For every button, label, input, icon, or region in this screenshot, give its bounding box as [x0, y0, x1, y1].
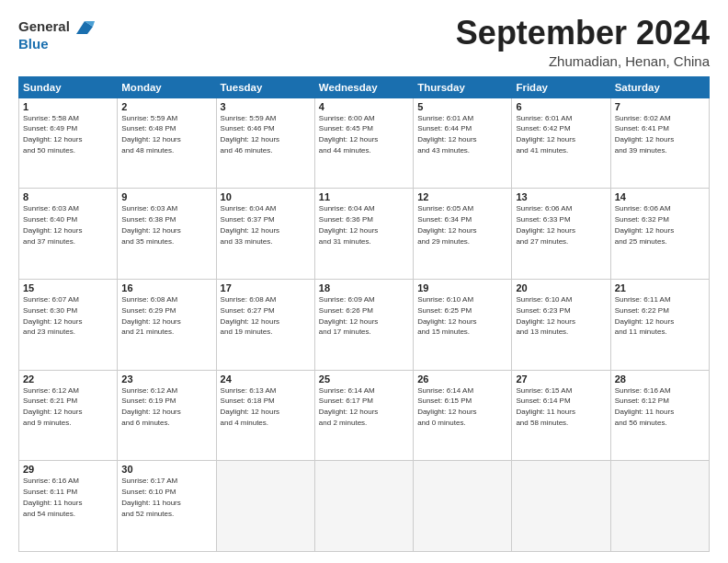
calendar-cell: [414, 461, 512, 552]
month-title: September 2024: [456, 15, 710, 52]
calendar-cell: [314, 461, 413, 552]
calendar-cell: 26Sunrise: 6:14 AMSunset: 6:15 PMDayligh…: [414, 370, 512, 461]
calendar-cell: 14Sunrise: 6:06 AMSunset: 6:32 PMDayligh…: [610, 189, 709, 280]
calendar-cell: 18Sunrise: 6:09 AMSunset: 6:26 PMDayligh…: [314, 279, 413, 370]
week-row-2: 15Sunrise: 6:07 AMSunset: 6:30 PMDayligh…: [19, 279, 710, 370]
day-number: 20: [516, 282, 606, 293]
header: General Blue September 2024 Zhumadian, H…: [18, 15, 710, 69]
col-header-saturday: Saturday: [610, 76, 709, 98]
calendar-cell: 8Sunrise: 6:03 AMSunset: 6:40 PMDaylight…: [19, 189, 118, 280]
logo: General Blue: [18, 18, 95, 52]
location-subtitle: Zhumadian, Henan, China: [456, 53, 710, 69]
title-block: September 2024 Zhumadian, Henan, China: [456, 15, 710, 69]
day-number: 22: [23, 373, 113, 385]
day-number: 24: [221, 373, 311, 385]
day-number: 12: [417, 191, 507, 202]
day-info: Sunrise: 6:01 AMSunset: 6:42 PMDaylight:…: [516, 114, 574, 155]
day-info: Sunrise: 5:58 AMSunset: 6:49 PMDaylight:…: [23, 114, 82, 155]
day-number: 5: [417, 101, 507, 112]
day-number: 3: [221, 101, 311, 112]
calendar-cell: 16Sunrise: 6:08 AMSunset: 6:29 PMDayligh…: [118, 279, 216, 370]
day-number: 28: [615, 373, 705, 385]
calendar-cell: 7Sunrise: 6:02 AMSunset: 6:41 PMDaylight…: [610, 98, 709, 189]
day-info: Sunrise: 6:06 AMSunset: 6:33 PMDaylight:…: [516, 204, 574, 245]
calendar-cell: 27Sunrise: 6:15 AMSunset: 6:14 PMDayligh…: [512, 370, 610, 461]
day-number: 13: [516, 191, 606, 202]
calendar-cell: 21Sunrise: 6:11 AMSunset: 6:22 PMDayligh…: [610, 279, 709, 370]
day-info: Sunrise: 6:16 AMSunset: 6:12 PMDaylight:…: [615, 386, 674, 427]
day-info: Sunrise: 6:13 AMSunset: 6:18 PMDaylight:…: [221, 386, 279, 427]
day-info: Sunrise: 6:06 AMSunset: 6:32 PMDaylight:…: [615, 204, 674, 245]
day-number: 14: [615, 191, 705, 202]
calendar-cell: 10Sunrise: 6:04 AMSunset: 6:37 PMDayligh…: [216, 189, 314, 280]
logo-icon: [74, 19, 95, 36]
day-info: Sunrise: 6:14 AMSunset: 6:15 PMDaylight:…: [417, 386, 476, 427]
day-number: 2: [121, 101, 211, 112]
day-info: Sunrise: 6:11 AMSunset: 6:22 PMDaylight:…: [615, 295, 674, 336]
day-number: 25: [319, 373, 409, 385]
week-row-1: 8Sunrise: 6:03 AMSunset: 6:40 PMDaylight…: [19, 189, 710, 280]
day-number: 9: [121, 191, 211, 202]
calendar-cell: 2Sunrise: 5:59 AMSunset: 6:48 PMDaylight…: [118, 98, 216, 189]
calendar-cell: 20Sunrise: 6:10 AMSunset: 6:23 PMDayligh…: [512, 279, 610, 370]
calendar-cell: 12Sunrise: 6:05 AMSunset: 6:34 PMDayligh…: [414, 189, 512, 280]
calendar-cell: 5Sunrise: 6:01 AMSunset: 6:44 PMDaylight…: [414, 98, 512, 189]
day-number: 21: [615, 282, 705, 293]
week-row-4: 29Sunrise: 6:16 AMSunset: 6:11 PMDayligh…: [19, 461, 710, 552]
calendar-cell: 28Sunrise: 6:16 AMSunset: 6:12 PMDayligh…: [610, 370, 709, 461]
calendar-cell: 13Sunrise: 6:06 AMSunset: 6:33 PMDayligh…: [512, 189, 610, 280]
day-number: 29: [23, 464, 113, 475]
day-info: Sunrise: 6:00 AMSunset: 6:45 PMDaylight:…: [319, 114, 378, 155]
day-number: 6: [516, 101, 606, 112]
day-info: Sunrise: 6:08 AMSunset: 6:27 PMDaylight:…: [221, 295, 279, 336]
calendar-cell: 24Sunrise: 6:13 AMSunset: 6:18 PMDayligh…: [216, 370, 314, 461]
col-header-wednesday: Wednesday: [314, 76, 413, 98]
col-header-sunday: Sunday: [19, 76, 118, 98]
day-info: Sunrise: 5:59 AMSunset: 6:46 PMDaylight:…: [221, 114, 279, 155]
page: General Blue September 2024 Zhumadian, H…: [0, 0, 728, 563]
calendar-cell: 23Sunrise: 6:12 AMSunset: 6:19 PMDayligh…: [118, 370, 216, 461]
col-header-tuesday: Tuesday: [216, 76, 314, 98]
logo-text: General Blue: [18, 18, 95, 52]
calendar-cell: [512, 461, 610, 552]
day-info: Sunrise: 6:17 AMSunset: 6:10 PMDaylight:…: [121, 477, 180, 517]
day-info: Sunrise: 6:08 AMSunset: 6:29 PMDaylight:…: [121, 295, 180, 336]
day-number: 11: [319, 191, 409, 202]
day-info: Sunrise: 6:03 AMSunset: 6:40 PMDaylight:…: [23, 204, 82, 245]
calendar-cell: [610, 461, 709, 552]
col-header-thursday: Thursday: [414, 76, 512, 98]
day-number: 27: [516, 373, 606, 385]
day-number: 4: [319, 101, 409, 112]
day-info: Sunrise: 5:59 AMSunset: 6:48 PMDaylight:…: [121, 114, 180, 155]
day-info: Sunrise: 6:07 AMSunset: 6:30 PMDaylight:…: [23, 295, 82, 336]
day-info: Sunrise: 6:10 AMSunset: 6:25 PMDaylight:…: [417, 295, 476, 336]
calendar-cell: 19Sunrise: 6:10 AMSunset: 6:25 PMDayligh…: [414, 279, 512, 370]
calendar-cell: 6Sunrise: 6:01 AMSunset: 6:42 PMDaylight…: [512, 98, 610, 189]
day-number: 1: [23, 101, 113, 112]
day-info: Sunrise: 6:09 AMSunset: 6:26 PMDaylight:…: [319, 295, 378, 336]
calendar-cell: 25Sunrise: 6:14 AMSunset: 6:17 PMDayligh…: [314, 370, 413, 461]
day-info: Sunrise: 6:02 AMSunset: 6:41 PMDaylight:…: [615, 114, 674, 155]
day-info: Sunrise: 6:15 AMSunset: 6:14 PMDaylight:…: [516, 386, 574, 427]
calendar-cell: 11Sunrise: 6:04 AMSunset: 6:36 PMDayligh…: [314, 189, 413, 280]
calendar-cell: 30Sunrise: 6:17 AMSunset: 6:10 PMDayligh…: [118, 461, 216, 552]
day-number: 26: [417, 373, 507, 385]
day-number: 19: [417, 282, 507, 293]
day-number: 15: [23, 282, 113, 293]
day-number: 23: [121, 373, 211, 385]
calendar-cell: 4Sunrise: 6:00 AMSunset: 6:45 PMDaylight…: [314, 98, 413, 189]
calendar-header-row: SundayMondayTuesdayWednesdayThursdayFrid…: [19, 76, 710, 98]
day-info: Sunrise: 6:04 AMSunset: 6:36 PMDaylight:…: [319, 204, 378, 245]
day-info: Sunrise: 6:01 AMSunset: 6:44 PMDaylight:…: [417, 114, 476, 155]
calendar-cell: 9Sunrise: 6:03 AMSunset: 6:38 PMDaylight…: [118, 189, 216, 280]
day-info: Sunrise: 6:12 AMSunset: 6:21 PMDaylight:…: [23, 386, 82, 427]
day-number: 30: [121, 464, 211, 475]
day-number: 10: [221, 191, 311, 202]
col-header-friday: Friday: [512, 76, 610, 98]
calendar-table: SundayMondayTuesdayWednesdayThursdayFrid…: [18, 76, 710, 552]
col-header-monday: Monday: [118, 76, 216, 98]
day-number: 8: [23, 191, 113, 202]
calendar-cell: 17Sunrise: 6:08 AMSunset: 6:27 PMDayligh…: [216, 279, 314, 370]
calendar-cell: 29Sunrise: 6:16 AMSunset: 6:11 PMDayligh…: [19, 461, 118, 552]
calendar-cell: 15Sunrise: 6:07 AMSunset: 6:30 PMDayligh…: [19, 279, 118, 370]
